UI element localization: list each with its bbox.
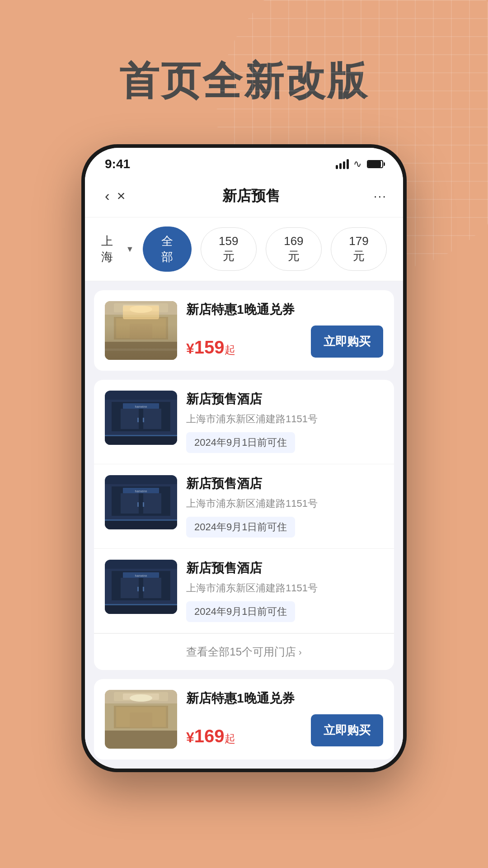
voucher-info-1: 新店特惠1晚通兑券 ¥159起 立即购买 [186,301,383,358]
hotel-name-2: 新店预售酒店 [186,475,383,492]
voucher-info-2: 新店特惠1晚通兑券 ¥169起 立即购买 [186,690,383,746]
svg-rect-2 [123,305,159,311]
hotel-info-3: 新店预售酒店 上海市浦东新区浦建路1151号 2024年9月1日前可住 [186,560,383,622]
svg-rect-14 [143,409,161,429]
filter-179-button[interactable]: 179元 [331,227,387,271]
hotel-image-2: hameinn [105,475,177,529]
svg-rect-19 [105,436,177,445]
chevron-right-icon: › [299,647,302,657]
svg-rect-16 [143,418,144,422]
svg-rect-13 [121,409,139,429]
nav-bar: ‹ × 新店预售 ··· [85,175,403,217]
filter-all-button[interactable]: 全部 [143,226,192,272]
price-value-1: 159 [194,337,225,357]
price-value-2: 169 [194,726,225,746]
svg-rect-36 [143,578,161,598]
svg-rect-42 [105,604,177,605]
price-prefix-2: ¥ [186,729,194,745]
svg-rect-37 [137,587,139,591]
voucher-item-2: 新店特惠1晚通兑券 ¥169起 立即购买 [105,690,383,749]
voucher-item-1: 新店特惠1晚通兑券 ¥159起 立即购买 [105,301,383,360]
filter-159-button[interactable]: 159元 [201,227,257,271]
hotel-address-2: 上海市浦东新区浦建路1151号 [186,497,383,510]
svg-point-3 [130,306,152,313]
battery-icon [367,160,383,168]
available-tag-3: 2024年9月1日前可住 [186,601,295,622]
hotel-info-1: 新店预售酒店 上海市浦东新区浦建路1151号 2024年9月1日前可住 [186,391,383,453]
voucher-price-2: ¥169起 [186,726,235,746]
svg-rect-8 [105,349,177,351]
hotel-image-1: hameinn [105,391,177,445]
page-title: 首页全新改版 [0,54,488,108]
voucher-price-row-1: ¥159起 立即购买 [186,326,383,358]
svg-text:hameinn: hameinn [135,490,147,493]
hotel-info-2: 新店预售酒店 上海市浦东新区浦建路1151号 2024年9月1日前可住 [186,475,383,538]
hotel-address-1: 上海市浦东新区浦建路1151号 [186,412,383,426]
filter-169-button[interactable]: 169元 [266,227,322,271]
hotel-list-card: hameinn 新店预售酒店 上海市浦东新区浦建路1151号 2024年9月1日… [94,380,394,670]
voucher-price-1: ¥159起 [186,337,235,358]
signal-icon [336,159,349,169]
price-suffix-2: 起 [225,732,235,745]
svg-text:hameinn: hameinn [135,405,147,408]
svg-rect-6 [116,318,166,338]
hotel-name-1: 新店预售酒店 [186,391,383,408]
svg-text:hameinn: hameinn [135,574,147,577]
available-tag-1: 2024年9月1日前可住 [186,432,295,453]
phone-mockup: 9:41 ∿ ‹ × 新店预售 ··· [81,144,407,772]
voucher-name-2: 新店特惠1晚通兑券 [186,690,383,707]
voucher-image-2 [105,690,177,749]
voucher-card-1: 新店特惠1晚通兑券 ¥159起 立即购买 [94,290,394,371]
hotel-address-3: 上海市浦东新区浦建路1151号 [186,581,383,595]
location-label: 上海 [101,233,123,265]
phone-wrapper: 9:41 ∿ ‹ × 新店预售 ··· [0,144,488,799]
status-bar: 9:41 ∿ [85,148,403,175]
close-button[interactable]: × [113,184,129,208]
hotel-list-item-2: hameinn 新店预售酒店 上海市浦东新区浦建路1151号 2024年9月1日… [94,464,394,549]
svg-rect-24 [121,493,139,514]
wifi-icon: ∿ [353,158,361,170]
svg-rect-9 [130,324,152,340]
hotel-lobby-visual [105,301,177,360]
hotel-list-item-1: hameinn 新店预售酒店 上海市浦东新区浦建路1151号 2024年9月1日… [94,380,394,464]
svg-rect-27 [143,502,144,507]
location-selector[interactable]: 上海 ▼ [101,233,134,265]
main-content: 新店特惠1晚通兑券 ¥159起 立即购买 [85,281,403,769]
back-button[interactable]: ‹ [101,184,113,208]
price-suffix-1: 起 [225,344,235,356]
view-all-text: 查看全部15个可用门店 [186,645,296,659]
filter-bar: 上海 ▼ 全部 159元 169元 179元 [85,217,403,281]
page-title-section: 首页全新改版 [0,0,488,144]
svg-rect-26 [137,502,139,507]
voucher-name-1: 新店特惠1晚通兑券 [186,301,383,318]
nav-title: 新店预售 [129,186,373,206]
available-tag-2: 2024年9月1日前可住 [186,517,295,538]
svg-rect-41 [105,605,177,614]
voucher-price-row-2: ¥169起 立即购买 [186,714,383,746]
status-time: 9:41 [105,157,130,171]
svg-rect-25 [143,493,161,514]
voucher-image-1 [105,301,177,360]
svg-rect-30 [105,520,177,529]
svg-rect-15 [137,418,139,422]
hotel-name-3: 新店预售酒店 [186,560,383,577]
svg-rect-38 [143,587,144,591]
hotel-image-3: hameinn [105,560,177,614]
view-all-link[interactable]: 查看全部15个可用门店 › [94,633,394,670]
svg-rect-51 [130,712,152,728]
buy-button-1[interactable]: 立即购买 [311,326,383,358]
svg-rect-20 [105,435,177,436]
svg-rect-7 [105,342,177,360]
hotel-list-item-3: hameinn 新店预售酒店 上海市浦东新区浦建路1151号 2024年9月1日… [94,549,394,633]
voucher-card-2: 新店特惠1晚通兑券 ¥169起 立即购买 [94,679,394,760]
svg-point-46 [130,694,152,702]
chevron-down-icon: ▼ [126,245,134,254]
status-icons: ∿ [336,158,383,170]
more-button[interactable]: ··· [374,189,387,203]
svg-rect-31 [105,519,177,521]
svg-rect-50 [105,731,177,749]
buy-button-2[interactable]: 立即购买 [311,714,383,746]
phone-screen: 9:41 ∿ ‹ × 新店预售 ··· [85,148,403,769]
price-prefix: ¥ [186,340,194,357]
svg-rect-35 [121,578,139,598]
